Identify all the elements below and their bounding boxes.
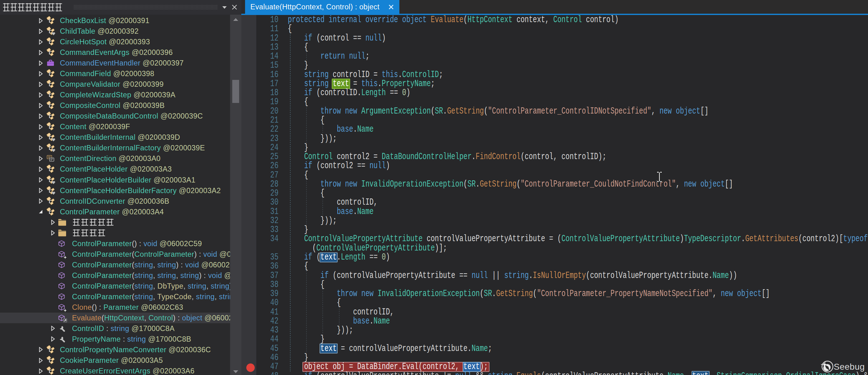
svg-text:Seebug: Seebug — [834, 362, 865, 372]
